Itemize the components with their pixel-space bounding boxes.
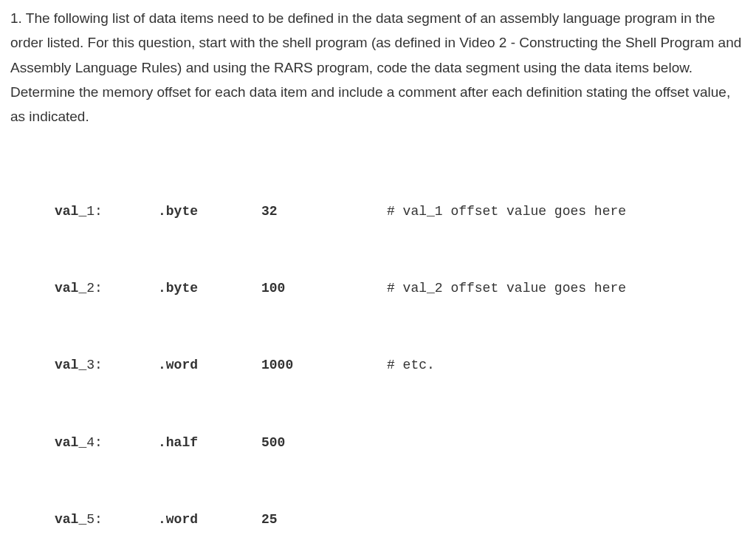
code-directive: .word xyxy=(158,355,261,375)
code-row: val_3: .word 1000 # etc. xyxy=(55,355,746,375)
code-label: val_1: xyxy=(55,202,158,221)
code-directive: .half xyxy=(158,433,261,452)
code-row: val_1: .byte 32 # val_1 offset value goe… xyxy=(55,202,746,221)
question-1: 1. The following list of data items need… xyxy=(10,6,746,129)
code-value: 500 xyxy=(261,433,387,452)
code-label: val_3: xyxy=(55,355,158,375)
code-value: 100 xyxy=(261,279,387,298)
code-label: val_4: xyxy=(55,433,158,452)
code-label: val_2: xyxy=(55,279,158,298)
code-row: val_5: .word 25 xyxy=(55,510,746,529)
code-value: 32 xyxy=(261,202,387,221)
code-row: val_4: .half 500 xyxy=(55,433,746,452)
code-row: val_2: .byte 100 # val_2 offset value go… xyxy=(55,279,746,298)
code-listing: val_1: .byte 32 # val_1 offset value goe… xyxy=(55,143,746,546)
code-directive: .byte xyxy=(158,279,261,298)
code-value: 25 xyxy=(261,510,387,529)
code-label: val_5: xyxy=(55,510,158,529)
q1-text: The following list of data items need to… xyxy=(10,10,741,124)
code-directive: .word xyxy=(158,510,261,529)
code-directive: .byte xyxy=(158,202,261,221)
code-comment: # val_2 offset value goes here xyxy=(387,279,626,298)
q1-number: 1. xyxy=(10,10,26,26)
code-comment: # etc. xyxy=(387,355,435,375)
code-value: 1000 xyxy=(261,355,387,375)
code-comment: # val_1 offset value goes here xyxy=(387,202,626,221)
